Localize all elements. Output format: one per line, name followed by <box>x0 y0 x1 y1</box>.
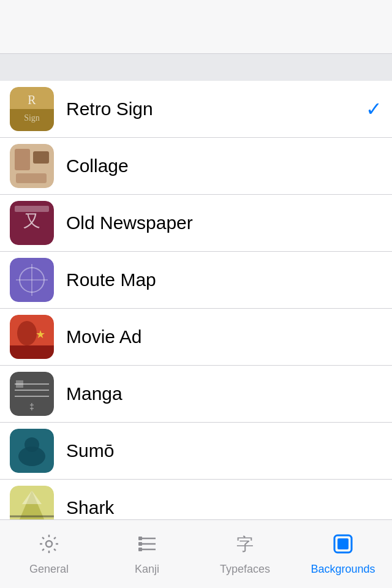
list-item-shark[interactable]: Shark <box>0 480 392 519</box>
item-label-collage: Collage <box>66 156 382 176</box>
svg-rect-42 <box>337 538 349 549</box>
list-item-route-map[interactable]: Route Map <box>0 252 392 309</box>
section-spacer <box>0 54 392 81</box>
list-item-movie-ad[interactable]: ★ Movie Ad <box>0 309 392 366</box>
list-icon <box>136 533 158 560</box>
item-icon-movie-ad: ★ <box>10 315 54 359</box>
item-label-manga: Manga <box>66 383 382 404</box>
list-item-manga[interactable]: ‡ Manga <box>0 366 392 423</box>
svg-text:字: 字 <box>236 535 254 554</box>
tab-bar: General Kanji 字 Typefaces <box>0 519 392 588</box>
svg-rect-17 <box>10 345 54 359</box>
tab-general[interactable]: General <box>0 528 98 581</box>
tab-typefaces-label: Typefaces <box>220 563 270 576</box>
svg-text:★: ★ <box>36 328 45 341</box>
svg-text:Sign: Sign <box>24 113 40 123</box>
backgrounds-icon <box>332 533 354 560</box>
item-label-route-map: Route Map <box>66 270 382 290</box>
item-icon-sumo <box>10 429 54 473</box>
svg-rect-39 <box>138 548 142 551</box>
svg-text:‡: ‡ <box>29 402 34 412</box>
item-icon-shark <box>10 486 54 519</box>
svg-point-33 <box>46 541 52 547</box>
list-item-retro-sign[interactable]: R Sign Retro Sign ✓ <box>0 81 392 138</box>
svg-rect-5 <box>15 149 30 170</box>
item-icon-route-map <box>10 258 54 302</box>
item-label-retro-sign: Retro Sign <box>66 99 366 119</box>
item-icon-old-newspaper: 又 <box>10 201 54 245</box>
svg-text:R: R <box>28 93 36 107</box>
tab-general-label: General <box>29 563 69 576</box>
item-icon-manga: ‡ <box>10 372 54 416</box>
gear-icon <box>38 533 60 560</box>
tab-backgrounds-label: Backgrounds <box>311 563 375 576</box>
svg-point-27 <box>24 437 39 452</box>
tab-kanji-label: Kanji <box>135 563 159 576</box>
item-label-old-newspaper: Old Newspaper <box>66 213 382 233</box>
item-label-sumo: Sumō <box>66 440 382 461</box>
svg-rect-23 <box>16 380 23 388</box>
selected-checkmark: ✓ <box>366 97 382 121</box>
item-icon-retro-sign: R Sign <box>10 87 54 131</box>
svg-rect-7 <box>16 173 47 183</box>
tab-kanji[interactable]: Kanji <box>98 528 196 581</box>
item-icon-collage <box>10 144 54 188</box>
svg-rect-6 <box>33 151 49 164</box>
header <box>0 0 392 54</box>
list-item-sumo[interactable]: Sumō <box>0 423 392 480</box>
backgrounds-list: R Sign Retro Sign ✓ Collage 又 <box>0 81 392 519</box>
list-item-collage[interactable]: Collage <box>0 138 392 195</box>
typefaces-icon: 字 <box>234 533 256 560</box>
tab-backgrounds[interactable]: Backgrounds <box>294 528 392 581</box>
svg-rect-38 <box>138 542 142 546</box>
item-label-movie-ad: Movie Ad <box>66 326 382 347</box>
tab-typefaces[interactable]: 字 Typefaces <box>196 528 294 581</box>
svg-text:又: 又 <box>23 211 40 230</box>
list-item-old-newspaper[interactable]: 又 Old Newspaper <box>0 195 392 252</box>
svg-rect-37 <box>138 537 142 540</box>
item-label-shark: Shark <box>66 497 382 518</box>
svg-point-16 <box>17 321 37 345</box>
